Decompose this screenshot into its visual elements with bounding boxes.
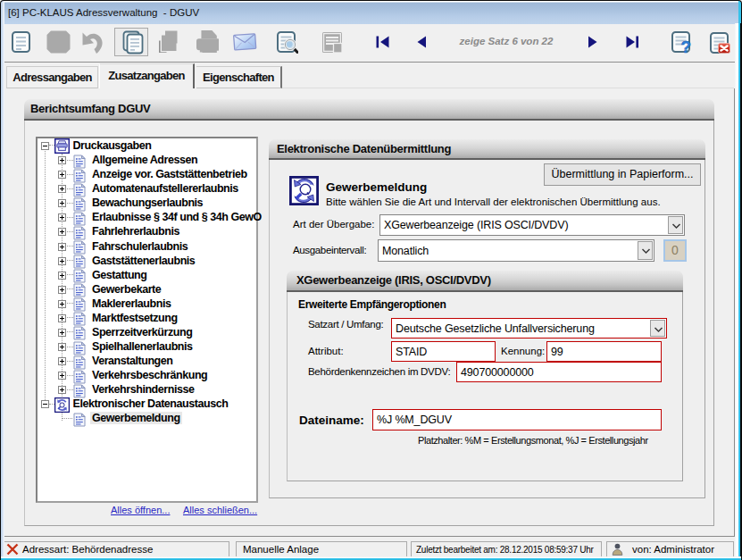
svg-text:?: ? (681, 38, 692, 54)
